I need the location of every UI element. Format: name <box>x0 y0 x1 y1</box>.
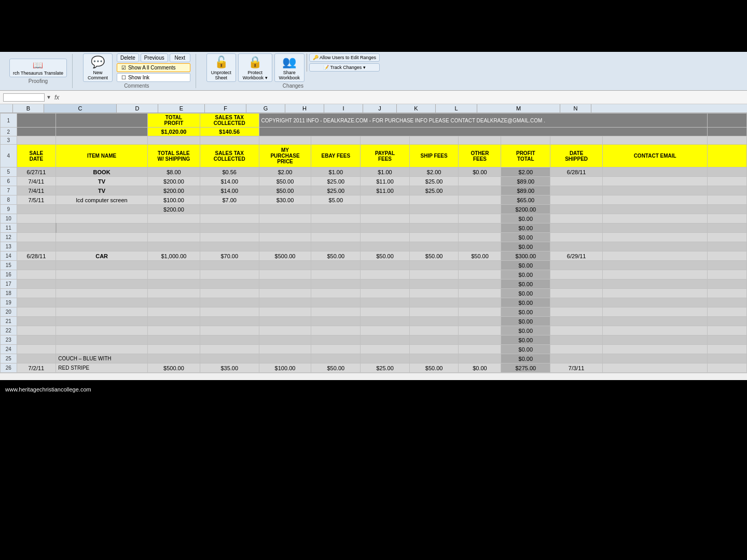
col-header-f[interactable]: F <box>205 104 246 113</box>
cell-total-car[interactable]: $1,000.00 <box>147 251 200 261</box>
col-header-c[interactable]: C <box>44 104 117 113</box>
cell-j3[interactable] <box>459 136 501 145</box>
cell-ship-3[interactable] <box>409 195 459 205</box>
col-header-g[interactable]: G <box>246 104 285 113</box>
cell-total-3[interactable]: $100.00 <box>147 195 200 205</box>
cell-h12[interactable] <box>361 233 410 242</box>
col-header-k[interactable]: K <box>397 104 436 113</box>
cell-profit-3[interactable]: $65.00 <box>501 195 550 205</box>
col-header-i[interactable]: I <box>324 104 363 113</box>
cell-c9[interactable] <box>56 205 148 214</box>
cell-f10[interactable] <box>259 214 311 223</box>
cell-b9[interactable] <box>17 205 56 214</box>
cell-h3[interactable] <box>361 136 410 145</box>
cell-shipped-3[interactable] <box>550 195 603 205</box>
cell-paypal-0[interactable]: $1.00 <box>361 167 410 177</box>
cell-profit-car[interactable]: $300.00 <box>501 251 550 261</box>
cell-purch-3[interactable]: $30.00 <box>259 195 311 205</box>
cell-l3[interactable] <box>550 136 603 145</box>
cell-tax-2[interactable]: $14.00 <box>200 186 259 195</box>
cell-shipped-car[interactable]: 6/29/11 <box>550 251 603 261</box>
cell-ship-1[interactable]: $25.00 <box>409 177 459 186</box>
cell-sale-date-car[interactable]: 6/28/11 <box>17 251 56 261</box>
cell-ebay-0[interactable]: $1.00 <box>311 167 361 177</box>
cell-item-car[interactable]: CAR <box>56 251 148 261</box>
cell-j10[interactable] <box>459 214 501 223</box>
cell-m11[interactable] <box>603 223 708 233</box>
cell-couch-label[interactable]: COUCH – BLUE WITH <box>56 354 148 363</box>
cell-h13[interactable] <box>361 242 410 251</box>
col-header-h[interactable]: H <box>285 104 324 113</box>
cell-total-4[interactable]: $200.00 <box>147 205 200 214</box>
show-all-comments-button[interactable]: ☑ Show A ll Comments <box>117 63 190 72</box>
cell-g3[interactable] <box>311 136 361 145</box>
cell-m3[interactable] <box>603 136 708 145</box>
cell-ebay-3[interactable]: $5.00 <box>311 195 361 205</box>
cell-g9[interactable] <box>311 205 361 214</box>
cell-item-1[interactable]: TV <box>56 177 148 186</box>
show-ink-button[interactable]: ☐ Show Ink <box>117 73 190 82</box>
cell-profit-1[interactable]: $89.00 <box>501 177 550 186</box>
cell-i12[interactable] <box>409 233 459 242</box>
cell-f11[interactable] <box>259 223 311 233</box>
sales-tax-label[interactable]: SALES TAXCOLLECTED <box>200 114 259 128</box>
horizontal-scrollbar[interactable] <box>0 373 747 380</box>
header-ship-fees[interactable]: SHIP FEES <box>409 145 459 167</box>
cell-l9[interactable] <box>550 205 603 214</box>
cell-k3[interactable] <box>501 136 550 145</box>
cell-b13[interactable] <box>17 242 56 251</box>
col-header-b[interactable]: B <box>13 104 44 113</box>
cell-h10[interactable] <box>361 214 410 223</box>
cell-d3[interactable] <box>147 136 200 145</box>
col-header-e[interactable]: E <box>158 104 205 113</box>
cell-other-2[interactable] <box>459 186 501 195</box>
cell-f13[interactable] <box>259 242 311 251</box>
cell-purch-2[interactable]: $50.00 <box>259 186 311 195</box>
cell-ebay-2[interactable]: $25.00 <box>311 186 361 195</box>
next-comment-button[interactable]: Next <box>170 53 190 62</box>
cell-ship-2[interactable]: $25.00 <box>409 186 459 195</box>
name-box[interactable] <box>3 93 45 102</box>
cell-ebay-1[interactable]: $25.00 <box>311 177 361 186</box>
share-workbook-button[interactable]: 👥 ShareWorkbook <box>274 53 305 82</box>
cell-h9[interactable] <box>361 205 410 214</box>
header-total-sale[interactable]: TOTAL SALEW/ SHIPPING <box>147 145 200 167</box>
cell-tax-3[interactable]: $7.00 <box>200 195 259 205</box>
cell-d12[interactable] <box>147 233 200 242</box>
cell-purch-car[interactable]: $500.00 <box>259 251 311 261</box>
header-sale-date[interactable]: SALEDATE <box>17 145 56 167</box>
cell-j11[interactable] <box>459 223 501 233</box>
formula-input[interactable] <box>62 94 744 101</box>
cell-tax-car[interactable]: $70.00 <box>200 251 259 261</box>
cell-email-0[interactable] <box>603 167 708 177</box>
track-changes-button[interactable]: 📝 Track Changes ▾ <box>309 63 380 72</box>
cell-j13[interactable] <box>459 242 501 251</box>
total-profit-value[interactable]: $1,020.00 <box>147 128 200 136</box>
cell-paypal-3[interactable] <box>361 195 410 205</box>
cell-profit-4[interactable]: $200.00 <box>501 205 550 214</box>
cell-total-2[interactable]: $200.00 <box>147 186 200 195</box>
cell-f12[interactable] <box>259 233 311 242</box>
cell-item-0[interactable]: BOOK <box>56 167 148 177</box>
cell-item-3[interactable]: lcd computer screen <box>56 195 148 205</box>
cell-c3[interactable] <box>56 136 148 145</box>
cell-c10[interactable] <box>56 214 148 223</box>
cell-l13[interactable] <box>550 242 603 251</box>
new-comment-button[interactable]: 💬 NewComment <box>83 53 113 82</box>
col-header-l[interactable]: L <box>436 104 477 113</box>
cell-c1[interactable] <box>56 114 148 128</box>
thesaurus-translate-button[interactable]: 📖 rch Thesaurus Translate <box>9 59 67 77</box>
cell-g12[interactable] <box>311 233 361 242</box>
cell-c13[interactable] <box>56 242 148 251</box>
cell-sale-date-2[interactable]: 7/4/11 <box>17 186 56 195</box>
cell-g13[interactable] <box>311 242 361 251</box>
cell-tax-0[interactable]: $0.56 <box>200 167 259 177</box>
cell-redstripe[interactable]: RED STRIPE <box>56 363 148 373</box>
cell-e10[interactable] <box>200 214 259 223</box>
cell-e13[interactable] <box>200 242 259 251</box>
cell-profit-5[interactable]: $0.00 <box>501 214 550 223</box>
cell-j12[interactable] <box>459 233 501 242</box>
cell-other-car[interactable]: $50.00 <box>459 251 501 261</box>
cell-total-1[interactable]: $200.00 <box>147 177 200 186</box>
cell-item-2[interactable]: TV <box>56 186 148 195</box>
